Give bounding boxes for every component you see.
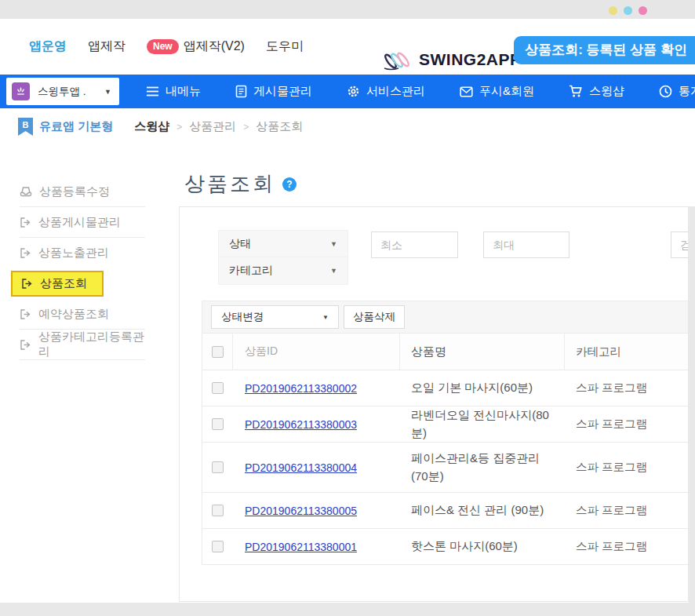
annotation-callout: 상품조회: 등록된 상품 확인 bbox=[514, 36, 695, 64]
tab-app-operation[interactable]: 앱운영 bbox=[29, 38, 67, 55]
column-header-product-name: 상품명 bbox=[400, 334, 565, 370]
row-checkbox[interactable] bbox=[212, 461, 224, 473]
status-change-select[interactable]: 상태변경 ▼ bbox=[211, 305, 339, 329]
swing2app-logo[interactable]: SWING2APP bbox=[382, 48, 522, 71]
nav-menu: 내메뉴 게시물관리 서비스관리 푸시&회원 bbox=[146, 75, 695, 108]
right-gutter bbox=[689, 206, 695, 604]
row-checkbox[interactable] bbox=[212, 541, 224, 552]
sidebar-item-label: 상품등록수정 bbox=[39, 184, 110, 199]
nav-item-statistics[interactable]: 통계 bbox=[659, 84, 695, 99]
product-name: 페이스& 전신 관리 (90분) bbox=[400, 501, 565, 519]
sidebar-item-label: 상품노출관리 bbox=[38, 246, 109, 261]
tab-helper[interactable]: 도우미 bbox=[266, 38, 304, 55]
delete-product-button[interactable]: 상품삭제 bbox=[344, 305, 405, 329]
row-checkbox[interactable] bbox=[212, 382, 224, 394]
table-row: PD2019062113380001 핫스톤 마사지(60분) 스파 프로그램 bbox=[202, 529, 689, 565]
menu-icon bbox=[146, 86, 159, 97]
row-checkbox[interactable] bbox=[212, 505, 224, 516]
table-row: PD2019062113380005 페이스& 전신 관리 (90분) 스파 프… bbox=[202, 493, 689, 529]
window-title-strip bbox=[0, 0, 695, 19]
product-id-link[interactable]: PD2019062113380005 bbox=[245, 505, 357, 517]
app-type-badge[interactable]: B 유료앱 기본형 bbox=[17, 118, 113, 137]
chevron-down-icon: ▼ bbox=[104, 88, 111, 96]
table-toolbar: 상태변경 ▼ 상품삭제 bbox=[202, 301, 689, 334]
table-row: PD2019062113380004 페이스관리&등 집중관리 (70분) 스파… bbox=[202, 443, 689, 493]
sidebar-item-product-register[interactable]: 상품등록수정 bbox=[20, 177, 145, 207]
status-change-value: 상태변경 bbox=[221, 310, 264, 324]
chevron-down-icon: ▼ bbox=[330, 267, 337, 275]
window-dot-cyan bbox=[624, 6, 632, 15]
signout-icon bbox=[20, 308, 31, 320]
breadcrumb-product-search[interactable]: 상품조회 bbox=[256, 119, 303, 134]
status-select[interactable]: 상태 ▼ bbox=[218, 230, 348, 257]
app-selector-label: 스윙투앱 . bbox=[38, 85, 86, 99]
chevron-down-icon: ▼ bbox=[322, 314, 329, 321]
min-price-input[interactable] bbox=[371, 231, 458, 258]
main-area: 상품조회 ? 상태 ▼ 카테고리 ▼ 상태변경 ▼ 상품 bbox=[179, 145, 695, 603]
signout-icon bbox=[20, 339, 31, 351]
product-search-panel: 상태 ▼ 카테고리 ▼ 상태변경 ▼ 상품삭제 bbox=[179, 206, 689, 602]
sidebar-item-product-category[interactable]: 상품카테고리등록관리 bbox=[20, 330, 145, 360]
product-category: 스파 프로그램 bbox=[565, 539, 689, 554]
table-row: PD2019062113380003 라벤더오일 전신마사지(80분) 스파 프… bbox=[202, 406, 689, 443]
tab-app-create[interactable]: 앱제작 bbox=[88, 38, 126, 55]
cart-icon bbox=[569, 85, 583, 98]
product-id-link[interactable]: PD2019062113380003 bbox=[245, 418, 357, 431]
nav-item-my-menu[interactable]: 내메뉴 bbox=[146, 84, 201, 99]
breadcrumb-swing-shop[interactable]: 스윙샵 bbox=[134, 119, 169, 134]
sidebar-item-reserved-products[interactable]: 예약상품조회 bbox=[20, 299, 145, 330]
sidebar-item-product-search[interactable]: 상품조회 bbox=[11, 271, 104, 297]
product-id-link[interactable]: PD2019062113380001 bbox=[245, 541, 357, 553]
new-badge: New bbox=[147, 39, 179, 53]
nav-item-label: 푸시&회원 bbox=[479, 84, 534, 99]
main-nav-bar: 스윙투앱 . ▼ 내메뉴 게시물관리 서비스관리 bbox=[0, 75, 695, 108]
tab-app-create-v2[interactable]: New 앱제작(V2) bbox=[147, 38, 245, 55]
nav-item-push-members[interactable]: 푸시&회원 bbox=[460, 84, 534, 99]
sidebar-item-product-exposure[interactable]: 상품노출관리 bbox=[20, 238, 145, 268]
page-title: 상품조회 ? bbox=[184, 170, 297, 198]
lotus-app-icon bbox=[12, 82, 30, 100]
app-type-label: 유료앱 기본형 bbox=[39, 119, 113, 134]
chevron-down-icon: ▼ bbox=[330, 240, 337, 248]
document-icon bbox=[235, 85, 247, 98]
category-select-value: 카테고리 bbox=[229, 264, 273, 278]
max-price-input[interactable] bbox=[483, 231, 569, 258]
sidebar-item-label: 상품게시물관리 bbox=[38, 215, 121, 230]
sidebar-item-label: 예약상품조회 bbox=[38, 307, 109, 322]
content-area: 상품등록수정 상품게시물관리 상품노출관리 bbox=[0, 145, 695, 603]
window-dots bbox=[609, 6, 647, 15]
app-header: 앱운영 앱제작 New 앱제작(V2) 도우미 SWING2APP 상품조회: … bbox=[0, 19, 695, 75]
category-select[interactable]: 카테고리 ▼ bbox=[218, 257, 348, 285]
sidebar-item-label: 상품조회 bbox=[40, 276, 87, 291]
column-header-product-id: 상품ID bbox=[233, 334, 400, 370]
ribbon-icon: B bbox=[17, 118, 34, 137]
breadcrumb-separator: > bbox=[176, 122, 182, 133]
nav-item-services[interactable]: 서비스관리 bbox=[347, 84, 425, 99]
logo-text: SWING2APP bbox=[419, 50, 522, 69]
product-name: 오일 기본 마사지(60분) bbox=[400, 379, 565, 397]
inbox-icon bbox=[20, 186, 32, 197]
search-input[interactable] bbox=[671, 231, 689, 258]
status-select-value: 상태 bbox=[229, 237, 251, 251]
top-nav: 앱운영 앱제작 New 앱제작(V2) 도우미 bbox=[29, 19, 304, 75]
nav-item-swing-shop[interactable]: 스윙샵 bbox=[569, 84, 624, 99]
product-category: 스파 프로그램 bbox=[565, 460, 689, 475]
mail-icon bbox=[460, 86, 473, 97]
breadcrumb-product-management[interactable]: 상품관리 bbox=[189, 119, 236, 134]
clock-icon bbox=[659, 85, 672, 98]
app-selector-dropdown[interactable]: 스윙투앱 . ▼ bbox=[6, 78, 119, 105]
nav-item-label: 게시물관리 bbox=[253, 84, 312, 99]
product-name: 페이스관리&등 집중관리 (70분) bbox=[400, 450, 565, 485]
select-all-checkbox[interactable] bbox=[212, 346, 224, 358]
signout-icon bbox=[21, 278, 33, 290]
nav-item-posts[interactable]: 게시물관리 bbox=[235, 84, 312, 99]
product-id-link[interactable]: PD2019062113380002 bbox=[245, 382, 357, 395]
breadcrumb-row: B 유료앱 기본형 스윙샵 > 상품관리 > 상품조회 bbox=[0, 108, 695, 145]
table-header-row: 상품ID 상품명 카테고리 bbox=[202, 334, 689, 370]
swing-logo-icon bbox=[382, 48, 415, 71]
row-checkbox[interactable] bbox=[212, 418, 224, 430]
sidebar-item-product-posts[interactable]: 상품게시물관리 bbox=[20, 207, 145, 238]
product-id-link[interactable]: PD2019062113380004 bbox=[245, 461, 357, 474]
help-icon[interactable]: ? bbox=[282, 177, 297, 191]
product-table: 상품ID 상품명 카테고리 PD2019062113380002 오일 기본 마… bbox=[202, 334, 689, 565]
